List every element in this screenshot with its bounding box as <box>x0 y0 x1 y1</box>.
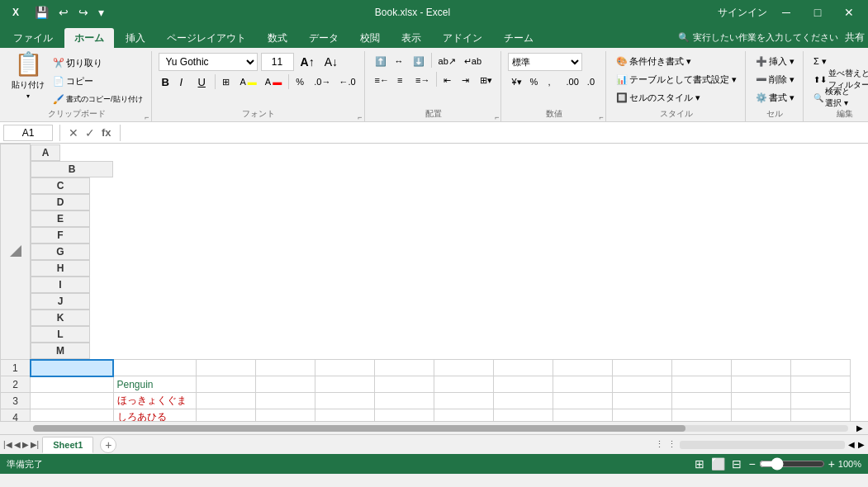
paste-button[interactable]: 📋 貼り付け ▾ <box>8 53 48 97</box>
wrap-text-btn[interactable]: ↵ab <box>461 53 485 69</box>
cell-L4[interactable] <box>731 409 790 422</box>
tab-review[interactable]: 校閲 <box>350 28 390 48</box>
cell-A3[interactable] <box>31 393 114 409</box>
cell-F4[interactable] <box>374 409 434 422</box>
undo-btn[interactable]: ↩ <box>55 4 72 21</box>
cell-D3[interactable] <box>255 393 315 409</box>
cell-H1[interactable] <box>493 360 553 376</box>
signin-btn[interactable]: サインイン <box>718 6 767 20</box>
col-header-c[interactable]: C <box>31 177 90 194</box>
sheet-tab-sheet1[interactable]: Sheet1 <box>42 437 93 453</box>
maximize-btn[interactable]: □ <box>805 4 830 21</box>
insert-function-btn[interactable]: fx <box>100 125 113 140</box>
currency-btn[interactable]: ¥▾ <box>508 73 524 90</box>
tab-pagelayout[interactable]: ページレイアウト <box>157 28 256 48</box>
view-normal-btn[interactable]: ⊞ <box>695 457 704 470</box>
cell-A1[interactable] <box>31 360 114 376</box>
bold-button[interactable]: B <box>159 73 175 90</box>
percent-btn[interactable]: % <box>527 73 543 90</box>
conditional-format-btn[interactable]: 🎨 条件付き書式 ▾ <box>613 53 695 69</box>
clipboard-expand[interactable]: ⌐ <box>145 113 149 121</box>
format-painter-button[interactable]: 🖌️ 書式のコピー/貼り付け <box>50 91 146 107</box>
comma-btn[interactable]: , <box>545 73 562 90</box>
cell-M3[interactable] <box>790 393 850 409</box>
border-btn[interactable]: ⊞ <box>219 73 235 90</box>
cell-L3[interactable] <box>731 393 790 409</box>
cell-K3[interactable] <box>671 393 731 409</box>
cell-I2[interactable] <box>553 376 612 393</box>
tab-addin[interactable]: アドイン <box>433 28 492 48</box>
tab-formulas[interactable]: 数式 <box>258 28 297 48</box>
col-header-a[interactable]: A <box>31 144 60 161</box>
cell-H3[interactable] <box>493 393 553 409</box>
formula-input[interactable] <box>127 125 865 141</box>
cell-E4[interactable] <box>315 409 374 422</box>
align-middle-btn[interactable]: ↔ <box>391 53 408 69</box>
tab-file[interactable]: ファイル <box>3 28 63 48</box>
cell-L1[interactable] <box>731 360 790 376</box>
decrease-font-btn[interactable]: A↓ <box>321 54 341 70</box>
col-header-h[interactable]: H <box>31 260 90 277</box>
row-num-4[interactable]: 4 <box>1 409 31 422</box>
cell-D4[interactable] <box>255 409 315 422</box>
help-search[interactable]: 🔍 実行したい作業を入力してください <box>678 31 838 44</box>
alignment-expand[interactable]: ⌐ <box>495 113 499 121</box>
font-name-select[interactable]: Yu Gothic <box>159 53 258 71</box>
tab-insert[interactable]: 挿入 <box>116 28 155 48</box>
cell-G4[interactable] <box>434 409 493 422</box>
redo-btn[interactable]: ↪ <box>75 4 92 21</box>
add-sheet-btn[interactable]: + <box>100 437 116 453</box>
cell-M1[interactable] <box>790 360 850 376</box>
view-break-btn[interactable]: ⊟ <box>732 457 742 470</box>
tab-team[interactable]: チーム <box>494 28 543 48</box>
cell-G3[interactable] <box>434 393 493 409</box>
share-btn[interactable]: 共有 <box>845 31 865 45</box>
cell-E3[interactable] <box>315 393 374 409</box>
cell-J1[interactable] <box>612 360 671 376</box>
h-scroll-bar2[interactable] <box>680 441 845 449</box>
sheet-nav-first-btn[interactable]: |◀ <box>3 440 12 449</box>
zoom-out-btn[interactable]: − <box>748 457 755 470</box>
merge-center-btn[interactable]: ⊞▾ <box>477 72 496 88</box>
insert-cells-btn[interactable]: ➕ 挿入 ▾ <box>752 53 798 69</box>
cell-B2[interactable]: Penguin <box>113 376 196 393</box>
cell-K1[interactable] <box>671 360 731 376</box>
confirm-formula-btn[interactable]: ✓ <box>83 125 97 141</box>
scroll-thumb[interactable] <box>33 425 685 432</box>
col-header-i[interactable]: I <box>31 277 90 293</box>
format-cells-btn[interactable]: ⚙️ 書式 ▾ <box>752 89 798 106</box>
cell-G2[interactable] <box>434 376 493 393</box>
cut-button[interactable]: ✂️ 切り取り <box>50 54 146 71</box>
cell-B3[interactable]: ほっきょくぐま <box>113 393 196 409</box>
underline-button[interactable]: U <box>195 73 211 90</box>
cell-M2[interactable] <box>790 376 850 393</box>
tab-data[interactable]: データ <box>299 28 349 48</box>
align-right-btn[interactable]: ≡→ <box>412 72 433 88</box>
align-top-btn[interactable]: ⬆️ <box>372 53 390 69</box>
cell-C4[interactable] <box>196 409 255 422</box>
decrease-decimal-btn[interactable]: ←.0 <box>335 73 358 90</box>
col-header-l[interactable]: L <box>31 326 90 343</box>
cell-H4[interactable] <box>493 409 553 422</box>
select-all-btn[interactable] <box>1 144 31 360</box>
cell-L2[interactable] <box>731 376 790 393</box>
fill-color-btn[interactable]: A▬ <box>237 73 260 90</box>
scroll-right-btn[interactable]: ▶ <box>851 423 868 433</box>
scroll-left2[interactable]: ◀ <box>848 440 855 449</box>
cell-E1[interactable] <box>315 360 374 376</box>
cell-M4[interactable] <box>790 409 850 422</box>
cell-F2[interactable] <box>374 376 434 393</box>
close-btn[interactable]: ✕ <box>837 4 861 21</box>
dec-decimal-btn[interactable]: .0 <box>584 73 600 90</box>
cell-J2[interactable] <box>612 376 671 393</box>
cell-A2[interactable] <box>31 376 114 393</box>
font-size-input[interactable] <box>261 53 294 71</box>
font-color-btn[interactable]: A▬ <box>262 73 285 90</box>
increase-indent-btn[interactable]: ⇥ <box>458 72 475 88</box>
row-num-1[interactable]: 1 <box>1 360 31 376</box>
decrease-indent-btn[interactable]: ⇤ <box>440 72 457 88</box>
zoom-slider[interactable] <box>759 457 825 470</box>
cell-G1[interactable] <box>434 360 493 376</box>
cell-F3[interactable] <box>374 393 434 409</box>
increase-decimal-btn[interactable]: .0→ <box>311 73 334 90</box>
